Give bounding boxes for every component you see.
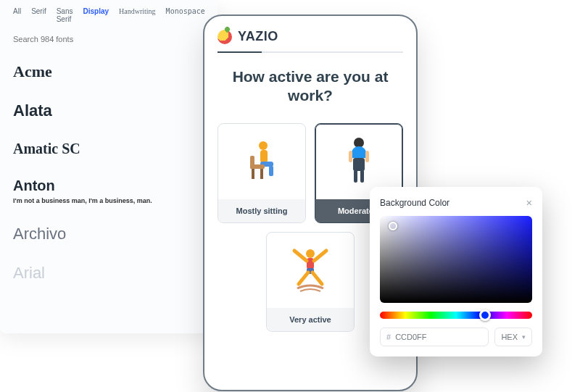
brand-name: YAZIO <box>238 29 278 44</box>
progress-bar <box>218 51 403 53</box>
hex-input[interactable]: # CCD0FF <box>380 328 489 346</box>
svg-rect-11 <box>353 158 365 171</box>
font-name: Archivo <box>13 225 204 243</box>
svg-rect-3 <box>269 166 273 176</box>
font-name: Amatic SC <box>13 141 204 157</box>
option-label: Very active <box>267 308 354 331</box>
format-label: HEX <box>501 333 518 341</box>
color-format-select[interactable]: HEX ▾ <box>494 328 532 346</box>
svg-rect-9 <box>349 151 352 162</box>
active-person-icon <box>267 233 354 308</box>
svg-rect-1 <box>260 150 268 163</box>
svg-line-17 <box>294 251 307 261</box>
tab-sans-serif[interactable]: Sans Serif <box>57 7 73 23</box>
brand-header: YAZIO <box>218 29 403 44</box>
color-picker-popover: Background Color × # CCD0FF HEX ▾ <box>370 187 542 356</box>
question-title: How active are you at work? <box>218 67 403 106</box>
svg-rect-13 <box>360 170 364 183</box>
svg-rect-7 <box>260 169 263 179</box>
tab-all[interactable]: All <box>13 7 21 23</box>
svg-point-14 <box>306 249 315 258</box>
svg-line-20 <box>312 272 322 284</box>
font-picker-panel: All Serif Sans Serif Display Handwriting… <box>0 0 218 333</box>
option-very-active[interactable]: Very active <box>266 232 355 332</box>
font-name: Arial <box>13 264 204 283</box>
font-item-acme[interactable]: Acme <box>13 52 204 91</box>
svg-rect-12 <box>354 170 357 183</box>
saturation-value-area[interactable] <box>380 216 532 303</box>
sitting-person-icon <box>218 124 305 199</box>
font-name: Acme <box>13 62 204 81</box>
hex-value: CCD0FF <box>395 333 426 341</box>
svg-rect-10 <box>365 151 369 162</box>
hue-thumb[interactable] <box>479 309 491 321</box>
sv-thumb[interactable] <box>389 222 397 230</box>
font-search-input[interactable] <box>13 30 204 52</box>
svg-line-19 <box>299 272 308 284</box>
tab-display[interactable]: Display <box>83 7 109 23</box>
font-preview-text: I'm not a business man, I'm a business, … <box>13 197 204 204</box>
hash-symbol: # <box>386 333 391 341</box>
picker-title: Background Color <box>380 198 450 208</box>
svg-point-8 <box>354 138 364 148</box>
brand-logo-icon <box>218 30 232 44</box>
font-list: Acme Alata Amatic SC Anton I'm not a bus… <box>13 52 204 293</box>
svg-rect-5 <box>250 156 254 169</box>
font-item-amatic[interactable]: Amatic SC <box>13 130 204 167</box>
font-category-tabs: All Serif Sans Serif Display Handwriting… <box>13 7 204 23</box>
font-item-arial[interactable]: Arial <box>13 254 204 293</box>
chevron-down-icon: ▾ <box>522 333 526 341</box>
tab-monospace[interactable]: Monospace <box>166 7 205 23</box>
font-name: Anton <box>13 178 204 194</box>
font-item-archivo[interactable]: Archivo <box>13 214 204 254</box>
close-icon[interactable]: × <box>526 197 532 209</box>
font-item-anton[interactable]: Anton I'm not a business man, I'm a busi… <box>13 167 204 214</box>
font-name: Alata <box>13 101 204 120</box>
font-item-alata[interactable]: Alata <box>13 91 204 130</box>
svg-point-0 <box>259 141 268 150</box>
tab-handwriting[interactable]: Handwriting <box>119 7 156 23</box>
hue-slider[interactable] <box>380 312 532 319</box>
svg-rect-6 <box>252 169 254 179</box>
tab-serif[interactable]: Serif <box>31 7 46 23</box>
option-mostly-sitting[interactable]: Mostly sitting <box>218 123 306 223</box>
option-label: Mostly sitting <box>218 199 305 222</box>
svg-line-18 <box>314 251 326 261</box>
